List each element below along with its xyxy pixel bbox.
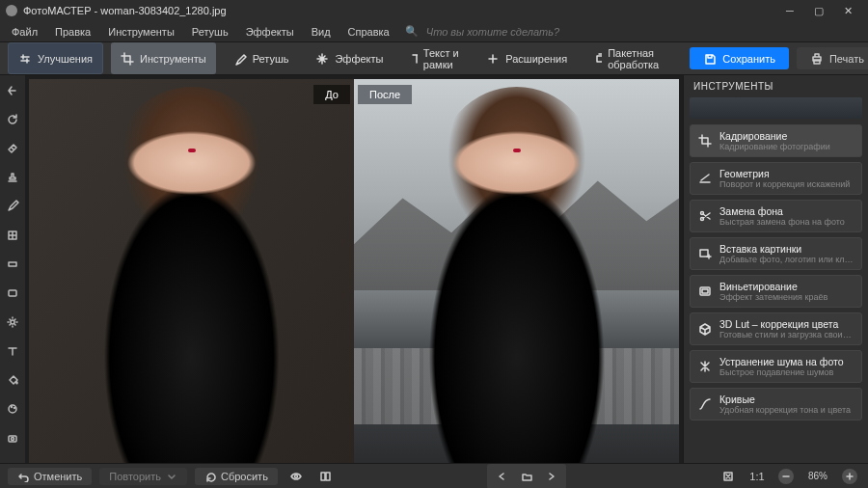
chevron-left-icon [496,471,507,482]
svg-rect-12 [702,289,708,293]
rotate-tool[interactable] [3,110,22,129]
panel-banner [690,97,862,119]
vignette-icon [6,286,19,300]
bandage-icon [6,142,19,155]
menu-edit[interactable]: Правка [47,24,98,40]
tab-retouch[interactable]: Ретушь [224,42,299,74]
tab-tools[interactable]: Инструменты [111,42,216,74]
eye-icon [290,471,302,482]
menu-tools[interactable]: Инструменты [100,24,182,40]
search-hint[interactable]: Что вы хотите сделать? [420,24,565,40]
tab-improvements[interactable]: Улучшения [8,42,103,74]
chevron-down-icon [166,471,177,482]
fill-tool[interactable] [3,370,22,390]
save-icon [703,52,717,66]
right-panel-title: ИНСТРУМЕНТЫ [684,75,868,95]
tool-crop[interactable]: КадрированиеКадрирование фотографии [690,124,862,157]
split-icon [319,471,331,482]
geometry-icon [698,172,712,185]
window-title: ФотоМАСТЕР - woman-3083402_1280.jpg [23,5,775,16]
camera-tool[interactable] [3,428,22,447]
exposure-tool[interactable] [3,312,22,332]
svg-point-4 [12,407,13,408]
gradient-icon [6,258,19,271]
grid-tool[interactable] [3,226,22,245]
before-pane[interactable]: До [29,79,354,463]
tool-curves[interactable]: КривыеУдобная коррекция тона и цвета [690,388,862,420]
prev-image-button[interactable] [491,466,512,487]
tab-extensions[interactable]: Расширения [476,42,577,74]
zoom-percent: 86% [804,471,831,481]
scissors-icon [698,209,712,223]
rotate-icon [6,113,19,126]
svg-point-7 [12,438,14,441]
svg-rect-14 [321,473,325,480]
chevron-right-icon [546,471,557,482]
tab-text-frames[interactable]: Текст и рамки [400,42,469,74]
tab-batch[interactable]: Пакетная обработка [584,42,674,74]
zoom-in-button[interactable] [839,466,860,487]
minimize-button[interactable]: ─ [775,0,804,21]
plus-icon [486,52,500,66]
menu-view[interactable]: Вид [304,24,339,40]
menubar: Файл Правка Инструменты Ретушь Эффекты В… [0,21,868,42]
preview-toggle[interactable] [285,466,307,487]
bucket-icon [6,373,19,387]
undo-icon [17,471,29,482]
print-button[interactable]: Печать [797,47,868,69]
sparkle-icon [315,52,329,66]
heal-tool[interactable] [3,139,22,158]
brush-icon [233,52,247,66]
reset-button[interactable]: Сбросить [195,468,278,485]
save-button[interactable]: Сохранить [690,47,789,69]
plus-small-icon [844,471,855,482]
vignette-rect-icon [698,285,712,298]
svg-rect-1 [9,290,16,296]
brush-tool[interactable] [3,197,22,216]
compare-toggle[interactable] [314,466,336,487]
undo-button[interactable]: Отменить [8,468,92,485]
svg-point-2 [11,320,14,324]
open-folder-button[interactable] [516,466,537,487]
zoom-out-button[interactable] [775,466,797,487]
brush-small-icon [6,200,19,213]
stamp-tool[interactable] [3,168,22,187]
curves-icon [698,397,712,411]
sun-icon [6,315,19,329]
cube-icon [698,322,712,336]
stamp-icon [6,171,19,184]
color-tool[interactable] [3,399,22,419]
maximize-button[interactable]: ▢ [804,0,833,21]
menu-file[interactable]: Файл [4,24,45,40]
reset-icon [204,471,216,482]
redo-button[interactable]: Повторить [99,468,187,485]
tool-vignette[interactable]: ВиньетированиеЭффект затемнения краёв [690,275,862,308]
svg-rect-15 [326,473,330,480]
next-image-button[interactable] [541,466,562,487]
tab-effects[interactable]: Эффекты [306,42,393,74]
vignette-tool[interactable] [3,284,22,303]
tool-denoise[interactable]: Устранение шума на фотоБыстрое подавлени… [690,350,862,383]
tool-geometry[interactable]: ГеометрияПоворот и коррекция искажений [690,162,862,195]
fit-screen-button[interactable] [718,466,739,487]
gradient-tool[interactable] [3,255,22,274]
folder-icon [521,471,532,482]
type-icon [6,344,19,358]
after-pane[interactable]: После [354,79,679,463]
tool-insert-image[interactable]: Вставка картинкиДобавьте фото, логотип и… [690,237,862,270]
menu-help[interactable]: Справка [340,24,397,40]
menu-retouch[interactable]: Ретушь [184,24,236,40]
close-button[interactable]: ✕ [833,0,862,21]
tool-3dlut[interactable]: 3D Lut – коррекция цветаГотовые стили и … [690,312,862,345]
navigation-group [487,464,566,489]
tool-background-replace[interactable]: Замена фонаБыстрая замена фона на фото [690,200,862,232]
palette-icon [6,402,19,416]
vertical-toolbar [0,75,25,463]
back-button[interactable] [3,81,22,100]
image-plus-icon [698,247,712,260]
zoom-actual-button[interactable]: 1:1 [746,466,768,487]
text-tool[interactable] [3,341,22,361]
svg-rect-10 [700,250,708,257]
menu-effects[interactable]: Эффекты [238,24,302,40]
fit-icon [722,471,734,482]
